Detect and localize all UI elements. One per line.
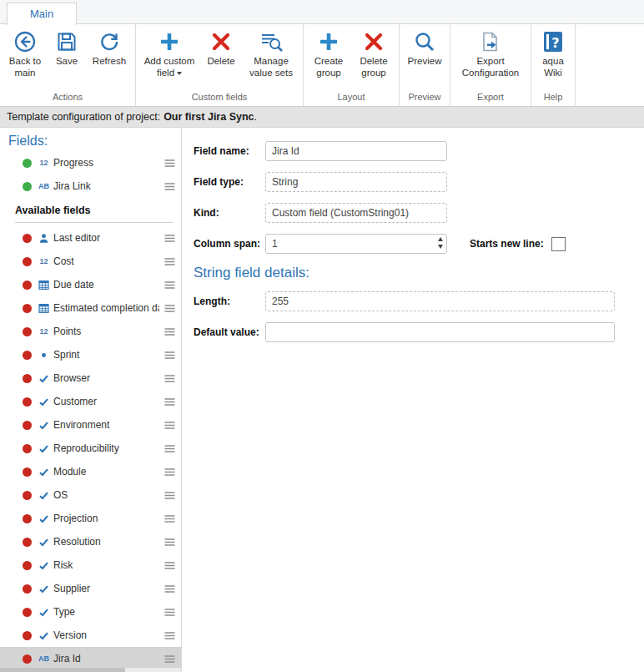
- button-label: Preview: [408, 56, 442, 68]
- numeric-field-icon: 12: [37, 327, 51, 336]
- field-row[interactable]: AB Jira Id: [0, 647, 181, 670]
- ribbon-group-label: Layout: [306, 89, 396, 106]
- save-icon: [55, 29, 78, 54]
- field-row[interactable]: 12 Cost: [0, 250, 181, 273]
- value-sets-icon: [259, 29, 284, 54]
- drag-handle-icon[interactable]: [163, 422, 176, 429]
- status-dot: [23, 491, 32, 500]
- length-input[interactable]: [265, 291, 615, 311]
- delete-x-icon: [362, 29, 385, 54]
- status-dot: [23, 159, 32, 168]
- available-fields-list: Last editor 12 Cost Due date Estimated c…: [0, 226, 181, 670]
- sidebar-horizontal-scrollbar[interactable]: [0, 668, 181, 672]
- text-field-icon: AB: [37, 182, 51, 190]
- manage-value-sets-button[interactable]: Manage value sets: [243, 26, 299, 83]
- field-row[interactable]: Due date: [0, 273, 181, 296]
- drag-handle-icon[interactable]: [163, 305, 176, 312]
- status-dot: [23, 280, 32, 290]
- drag-handle-icon[interactable]: [163, 258, 176, 265]
- drag-handle-icon[interactable]: [163, 183, 176, 190]
- field-row[interactable]: AB Jira Link: [0, 174, 181, 198]
- add-custom-field-button[interactable]: Add custom field: [139, 26, 199, 83]
- export-configuration-button[interactable]: Export Configuration: [454, 26, 527, 83]
- ribbon-group-export: Export Configuration Export: [450, 24, 531, 106]
- field-row[interactable]: Resolution: [0, 530, 181, 553]
- drag-handle-icon[interactable]: [163, 655, 176, 663]
- drag-handle-icon[interactable]: [163, 538, 176, 546]
- column-span-input[interactable]: [265, 234, 447, 254]
- field-row[interactable]: Browser: [0, 366, 181, 390]
- field-row[interactable]: 12 Progress: [0, 151, 181, 174]
- aqua-wiki-button[interactable]: ? aqua Wiki: [535, 26, 571, 83]
- drag-handle-icon[interactable]: [163, 159, 176, 167]
- status-dot: [23, 327, 32, 336]
- delete-group-button[interactable]: Delete group: [352, 26, 395, 83]
- stepper-up-icon[interactable]: [438, 237, 443, 241]
- status-dot: [23, 608, 32, 617]
- back-to-main-button[interactable]: Back to main: [3, 26, 47, 83]
- field-row[interactable]: Supplier: [0, 577, 181, 600]
- drag-handle-icon[interactable]: [163, 609, 176, 616]
- delete-button[interactable]: Delete: [201, 26, 241, 71]
- field-row[interactable]: Estimated completion date: [0, 296, 181, 320]
- field-row[interactable]: 12 Points: [0, 320, 181, 343]
- drag-handle-icon[interactable]: [163, 445, 176, 452]
- drag-handle-icon[interactable]: [163, 328, 176, 336]
- stepper-down-icon[interactable]: [438, 245, 443, 249]
- field-label: Risk: [53, 559, 159, 571]
- banner-suffix: .: [254, 111, 257, 123]
- field-label: Module: [53, 466, 159, 477]
- status-dot: [23, 467, 32, 477]
- button-label: Manage value sets: [244, 56, 298, 79]
- drag-handle-icon[interactable]: [163, 562, 176, 569]
- field-row[interactable]: Last editor: [0, 226, 181, 250]
- field-row[interactable]: Projection: [0, 507, 181, 530]
- drag-handle-icon[interactable]: [163, 515, 176, 523]
- save-button[interactable]: Save: [48, 26, 85, 71]
- button-label: Save: [56, 56, 78, 68]
- drag-handle-icon[interactable]: [163, 468, 176, 476]
- field-row[interactable]: Type: [0, 600, 181, 624]
- scrollbar-thumb[interactable]: [0, 668, 125, 672]
- starts-new-line-checkbox[interactable]: [551, 237, 566, 251]
- field-row[interactable]: Reproducibility: [0, 437, 181, 460]
- status-dot: [23, 397, 32, 407]
- preview-button[interactable]: Preview: [403, 26, 446, 71]
- field-row[interactable]: Module: [0, 460, 181, 483]
- create-group-button[interactable]: Create group: [307, 26, 350, 83]
- assigned-fields-list: 12 Progress AB Jira Link: [0, 151, 181, 198]
- drag-handle-icon[interactable]: [163, 281, 176, 289]
- choice-field-icon: [37, 443, 51, 454]
- button-label: Refresh: [93, 56, 126, 68]
- field-row[interactable]: Version: [0, 624, 181, 647]
- drag-handle-icon[interactable]: [163, 375, 176, 382]
- drag-handle-icon[interactable]: [163, 351, 176, 359]
- drag-handle-icon[interactable]: [163, 235, 176, 242]
- status-dot: [23, 654, 32, 664]
- drag-handle-icon[interactable]: [163, 492, 176, 499]
- field-type-input: [265, 172, 447, 192]
- ribbon-group-label: Export: [453, 89, 528, 106]
- field-row[interactable]: Customer: [0, 390, 181, 413]
- field-name-input[interactable]: [265, 141, 447, 161]
- field-label: Jira Id: [53, 653, 159, 664]
- tab-main[interactable]: Main: [7, 3, 77, 25]
- drag-handle-icon[interactable]: [163, 398, 176, 406]
- field-label: Resolution: [53, 536, 159, 548]
- status-dot: [23, 182, 32, 191]
- ribbon: Back to main Save Refresh Actions: [0, 24, 644, 107]
- drag-handle-icon[interactable]: [163, 585, 176, 593]
- field-row[interactable]: Risk: [0, 553, 181, 577]
- field-label: Projection: [53, 513, 159, 524]
- field-row[interactable]: Sprint: [0, 343, 181, 366]
- drag-handle-icon[interactable]: [163, 632, 176, 639]
- status-dot: [23, 257, 32, 266]
- field-label: Estimated completion date: [53, 302, 159, 314]
- status-dot: [23, 234, 32, 243]
- choice-field-icon: [37, 467, 51, 477]
- default-value-input[interactable]: [265, 322, 615, 342]
- field-row[interactable]: OS: [0, 483, 181, 507]
- ribbon-tab-strip: Main: [0, 0, 644, 24]
- refresh-button[interactable]: Refresh: [87, 26, 132, 71]
- field-row[interactable]: Environment: [0, 413, 181, 437]
